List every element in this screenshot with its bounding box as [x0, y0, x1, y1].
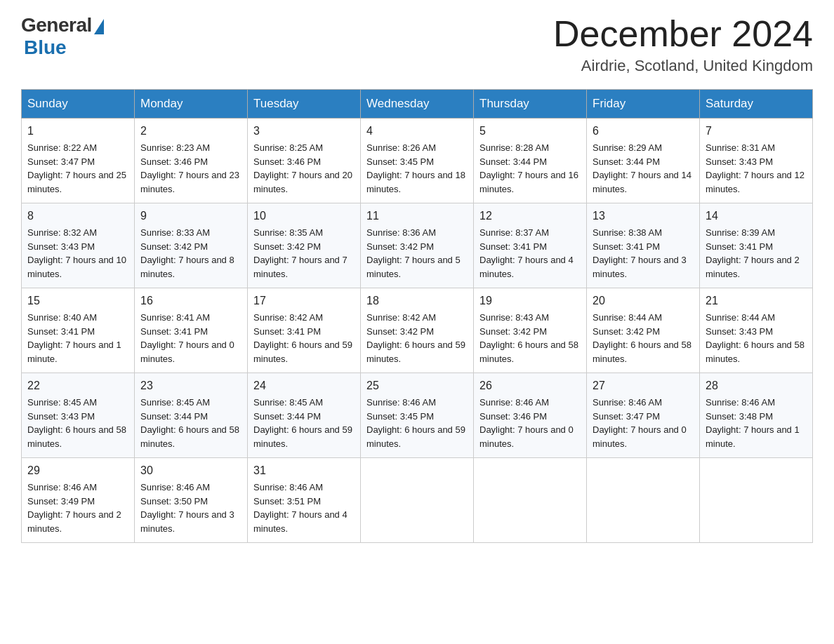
day-number: 6 [593, 123, 694, 140]
day-number: 7 [706, 123, 807, 140]
calendar-cell: 10Sunrise: 8:35 AMSunset: 3:42 PMDayligh… [248, 203, 361, 288]
day-number: 4 [366, 123, 468, 140]
calendar-header-wednesday: Wednesday [361, 90, 474, 119]
calendar-cell: 12Sunrise: 8:37 AMSunset: 3:41 PMDayligh… [474, 203, 587, 288]
location-title: Airdrie, Scotland, United Kingdom [553, 57, 813, 75]
daylight-text: Daylight: 7 hours and 5 minutes. [366, 255, 461, 279]
sunset-text: Sunset: 3:43 PM [706, 326, 773, 337]
sunset-text: Sunset: 3:41 PM [27, 326, 95, 337]
sunrise-text: Sunrise: 8:46 AM [253, 482, 323, 492]
calendar-week-4: 22Sunrise: 8:45 AMSunset: 3:43 PMDayligh… [22, 373, 813, 458]
sunset-text: Sunset: 3:46 PM [479, 411, 547, 422]
sunrise-text: Sunrise: 8:45 AM [253, 397, 323, 408]
day-number: 12 [479, 208, 581, 224]
sunset-text: Sunset: 3:42 PM [366, 326, 434, 337]
sunrise-text: Sunrise: 8:38 AM [593, 227, 662, 238]
calendar-header-tuesday: Tuesday [248, 90, 361, 119]
sunrise-text: Sunrise: 8:46 AM [27, 482, 97, 492]
daylight-text: Daylight: 7 hours and 2 minutes. [706, 255, 800, 279]
sunrise-text: Sunrise: 8:36 AM [366, 227, 436, 238]
daylight-text: Daylight: 7 hours and 23 minutes. [140, 170, 239, 194]
day-number: 27 [593, 377, 694, 394]
day-number: 1 [27, 123, 128, 140]
sunrise-text: Sunrise: 8:46 AM [593, 397, 662, 408]
sunrise-text: Sunrise: 8:31 AM [706, 142, 775, 153]
daylight-text: Daylight: 7 hours and 0 minutes. [593, 424, 687, 449]
daylight-text: Daylight: 7 hours and 20 minutes. [253, 170, 352, 194]
calendar-week-3: 15Sunrise: 8:40 AMSunset: 3:41 PMDayligh… [22, 288, 813, 373]
day-number: 11 [366, 208, 468, 224]
logo: General Blue [21, 14, 104, 59]
sunrise-text: Sunrise: 8:35 AM [253, 227, 323, 238]
sunrise-text: Sunrise: 8:44 AM [593, 312, 662, 323]
daylight-text: Daylight: 6 hours and 58 minutes. [706, 340, 805, 364]
calendar-cell: 15Sunrise: 8:40 AMSunset: 3:41 PMDayligh… [22, 288, 135, 373]
sunrise-text: Sunrise: 8:26 AM [366, 142, 436, 153]
sunset-text: Sunset: 3:51 PM [253, 496, 321, 507]
calendar-cell: 29Sunrise: 8:46 AMSunset: 3:49 PMDayligh… [22, 458, 135, 543]
sunrise-text: Sunrise: 8:23 AM [140, 142, 210, 153]
day-number: 31 [253, 462, 355, 479]
calendar-cell: 30Sunrise: 8:46 AMSunset: 3:50 PMDayligh… [135, 458, 248, 543]
sunset-text: Sunset: 3:42 PM [253, 241, 321, 252]
daylight-text: Daylight: 6 hours and 58 minutes. [479, 340, 578, 364]
calendar-week-2: 8Sunrise: 8:32 AMSunset: 3:43 PMDaylight… [22, 203, 813, 288]
calendar-cell: 5Sunrise: 8:28 AMSunset: 3:44 PMDaylight… [474, 119, 587, 203]
sunrise-text: Sunrise: 8:28 AM [479, 142, 549, 153]
daylight-text: Daylight: 7 hours and 12 minutes. [706, 170, 805, 194]
calendar-header-row: SundayMondayTuesdayWednesdayThursdayFrid… [22, 90, 813, 119]
page-header: General Blue December 2024 Airdrie, Scot… [21, 14, 813, 75]
sunset-text: Sunset: 3:43 PM [27, 241, 95, 252]
daylight-text: Daylight: 7 hours and 7 minutes. [253, 255, 348, 279]
calendar-header-thursday: Thursday [474, 90, 587, 119]
day-number: 29 [27, 462, 128, 479]
sunrise-text: Sunrise: 8:45 AM [140, 397, 210, 408]
daylight-text: Daylight: 7 hours and 4 minutes. [479, 255, 574, 279]
sunset-text: Sunset: 3:42 PM [479, 326, 547, 337]
calendar-week-1: 1Sunrise: 8:22 AMSunset: 3:47 PMDaylight… [22, 119, 813, 203]
calendar-cell: 25Sunrise: 8:46 AMSunset: 3:45 PMDayligh… [361, 373, 474, 458]
calendar-cell: 14Sunrise: 8:39 AMSunset: 3:41 PMDayligh… [700, 203, 813, 288]
calendar-header-saturday: Saturday [700, 90, 813, 119]
day-number: 17 [253, 293, 355, 309]
daylight-text: Daylight: 7 hours and 0 minutes. [479, 424, 574, 449]
calendar-cell: 19Sunrise: 8:43 AMSunset: 3:42 PMDayligh… [474, 288, 587, 373]
daylight-text: Daylight: 7 hours and 16 minutes. [479, 170, 578, 194]
calendar-header-sunday: Sunday [22, 90, 135, 119]
calendar-cell: 6Sunrise: 8:29 AMSunset: 3:44 PMDaylight… [587, 119, 700, 203]
calendar-cell [587, 458, 700, 543]
sunset-text: Sunset: 3:41 PM [593, 241, 660, 252]
day-number: 23 [140, 377, 241, 394]
calendar-cell: 22Sunrise: 8:45 AMSunset: 3:43 PMDayligh… [22, 373, 135, 458]
day-number: 19 [479, 293, 581, 309]
daylight-text: Daylight: 7 hours and 3 minutes. [593, 255, 687, 279]
sunrise-text: Sunrise: 8:46 AM [140, 482, 210, 492]
daylight-text: Daylight: 7 hours and 0 minutes. [140, 340, 234, 364]
sunrise-text: Sunrise: 8:32 AM [27, 227, 97, 238]
sunset-text: Sunset: 3:47 PM [27, 156, 95, 167]
calendar-cell: 31Sunrise: 8:46 AMSunset: 3:51 PMDayligh… [248, 458, 361, 543]
sunrise-text: Sunrise: 8:40 AM [27, 312, 97, 323]
logo-general-text: General [21, 14, 92, 36]
daylight-text: Daylight: 7 hours and 1 minute. [706, 424, 800, 449]
sunrise-text: Sunrise: 8:25 AM [253, 142, 323, 153]
daylight-text: Daylight: 7 hours and 2 minutes. [27, 509, 121, 534]
daylight-text: Daylight: 6 hours and 59 minutes. [366, 424, 465, 449]
sunrise-text: Sunrise: 8:42 AM [366, 312, 436, 323]
sunrise-text: Sunrise: 8:46 AM [706, 397, 775, 408]
daylight-text: Daylight: 7 hours and 3 minutes. [140, 509, 234, 534]
calendar-cell: 3Sunrise: 8:25 AMSunset: 3:46 PMDaylight… [248, 119, 361, 203]
calendar-cell: 4Sunrise: 8:26 AMSunset: 3:45 PMDaylight… [361, 119, 474, 203]
logo-triangle-icon [94, 19, 104, 34]
day-number: 16 [140, 293, 241, 309]
daylight-text: Daylight: 6 hours and 58 minutes. [27, 424, 126, 449]
calendar-cell [700, 458, 813, 543]
day-number: 15 [27, 293, 128, 309]
sunrise-text: Sunrise: 8:46 AM [366, 397, 436, 408]
month-title: December 2024 [553, 14, 813, 54]
calendar-cell: 8Sunrise: 8:32 AMSunset: 3:43 PMDaylight… [22, 203, 135, 288]
sunrise-text: Sunrise: 8:37 AM [479, 227, 549, 238]
sunrise-text: Sunrise: 8:43 AM [479, 312, 549, 323]
sunset-text: Sunset: 3:41 PM [479, 241, 547, 252]
day-number: 26 [479, 377, 581, 394]
